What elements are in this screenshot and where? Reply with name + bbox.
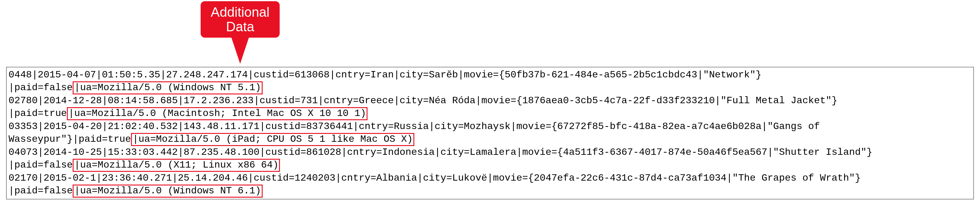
log-prefix: 02780|2014-12-28|08:14:58.685|17.2.236.2…	[8, 95, 837, 106]
log-prefix: 02170|2015-02-1|23:36:40.271|25.14.204.4…	[8, 172, 861, 183]
log-prefix: 03353|2015-04-20|21:02:40.532|143.48.11.…	[8, 121, 820, 132]
log-line: 02170|2015-02-1|23:36:40.271|25.14.204.4…	[8, 172, 972, 185]
log-line: 02780|2014-12-28|08:14:58.685|17.2.236.2…	[8, 95, 972, 107]
log-line: Wasseypur"}|paid=true|ua=Mozilla/5.0 (iP…	[8, 133, 972, 146]
callout-line1: Additional	[211, 5, 269, 19]
log-paid: |paid=true	[8, 108, 67, 119]
ua-highlight: |ua=Mozilla/5.0 (X11; Linux x86 64)	[73, 159, 280, 172]
ua-highlight: |ua=Mozilla/5.0 (Macintosh; Intel Mac OS…	[67, 107, 368, 120]
log-prefix-cont: Wasseypur"}|paid=true	[8, 134, 131, 145]
screenshot-container: Additional Data 0448|2015-04-07|01:50:5.…	[0, 0, 980, 204]
ua-highlight: |ua=Mozilla/5.0 (Windows NT 6.1)	[73, 185, 262, 198]
log-paid: |paid=false	[8, 82, 73, 93]
log-prefix: 04073|2014-10-25|15:33:03.442|87.235.48.…	[8, 147, 872, 158]
log-paid: |paid=false	[8, 185, 73, 196]
log-line: |paid=false|ua=Mozilla/5.0 (Windows NT 6…	[8, 185, 972, 198]
log-line: |paid=false|ua=Mozilla/5.0 (Windows NT 5…	[8, 81, 972, 95]
callout-box: Additional Data	[200, 1, 280, 38]
log-line: 04073|2014-10-25|15:33:03.442|87.235.48.…	[8, 146, 972, 159]
log-paid: |paid=false	[8, 160, 73, 171]
ua-highlight: |ua=Mozilla/5.0 (Windows NT 5.1)	[73, 81, 262, 95]
callout-arrow-icon	[231, 36, 249, 64]
ua-highlight: |ua=Mozilla/5.0 (iPad; CPU OS 5 1 like M…	[131, 133, 414, 146]
log-line: |paid=false|ua=Mozilla/5.0 (X11; Linux x…	[8, 159, 972, 172]
callout-line2: Data	[226, 19, 255, 34]
log-box: 0448|2015-04-07|01:50:5.35|27.248.247.17…	[6, 67, 974, 199]
log-line: |paid=true|ua=Mozilla/5.0 (Macintosh; In…	[8, 107, 972, 120]
log-line: 03353|2015-04-20|21:02:40.532|143.48.11.…	[8, 120, 972, 133]
log-prefix: 0448|2015-04-07|01:50:5.35|27.248.247.17…	[8, 69, 762, 81]
log-line: 0448|2015-04-07|01:50:5.35|27.248.247.17…	[8, 69, 972, 81]
